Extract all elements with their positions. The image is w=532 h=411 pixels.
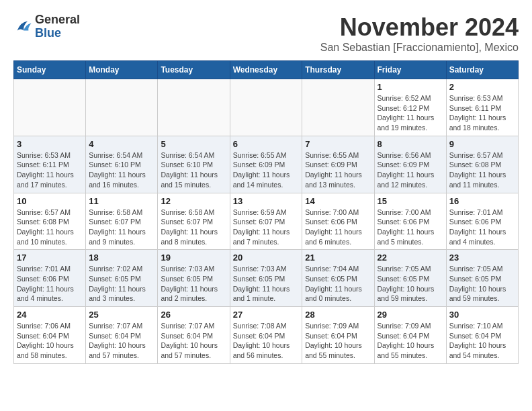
- day-number: 13: [233, 196, 300, 206]
- day-info: Sunrise: 6:54 AM Sunset: 6:10 PM Dayligh…: [161, 150, 226, 190]
- calendar-week-5: 24Sunrise: 7:06 AM Sunset: 6:04 PM Dayli…: [14, 307, 519, 364]
- day-info: Sunrise: 7:09 AM Sunset: 6:04 PM Dayligh…: [305, 321, 371, 361]
- day-info: Sunrise: 7:09 AM Sunset: 6:04 PM Dayligh…: [378, 321, 443, 361]
- day-info: Sunrise: 7:00 AM Sunset: 6:06 PM Dayligh…: [305, 208, 371, 247]
- day-info: Sunrise: 6:55 AM Sunset: 6:09 PM Dayligh…: [233, 150, 300, 190]
- calendar-empty-cell: [158, 79, 230, 136]
- day-number: 18: [89, 253, 154, 263]
- weekday-header-sunday: Sunday: [14, 61, 86, 79]
- title-block: November 2024 San Sebastian [Fraccionami…: [320, 13, 519, 54]
- calendar-day-8: 8Sunrise: 6:56 AM Sunset: 6:09 PM Daylig…: [374, 136, 446, 193]
- calendar-day-30: 30Sunrise: 7:10 AM Sunset: 6:04 PM Dayli…: [446, 307, 518, 364]
- calendar-day-25: 25Sunrise: 7:07 AM Sunset: 6:04 PM Dayli…: [86, 307, 158, 364]
- calendar-day-7: 7Sunrise: 6:55 AM Sunset: 6:09 PM Daylig…: [302, 136, 374, 193]
- day-info: Sunrise: 6:57 AM Sunset: 6:08 PM Dayligh…: [17, 208, 83, 247]
- day-number: 2: [449, 82, 515, 92]
- day-info: Sunrise: 7:10 AM Sunset: 6:04 PM Dayligh…: [449, 321, 515, 361]
- calendar-day-22: 22Sunrise: 7:05 AM Sunset: 6:05 PM Dayli…: [374, 250, 446, 307]
- day-info: Sunrise: 6:59 AM Sunset: 6:07 PM Dayligh…: [233, 208, 300, 247]
- day-info: Sunrise: 6:55 AM Sunset: 6:09 PM Dayligh…: [305, 150, 371, 190]
- day-number: 26: [161, 310, 226, 320]
- day-info: Sunrise: 7:04 AM Sunset: 6:05 PM Dayligh…: [305, 264, 371, 304]
- day-info: Sunrise: 7:08 AM Sunset: 6:04 PM Dayligh…: [233, 321, 300, 361]
- weekday-header-monday: Monday: [86, 61, 158, 79]
- calendar-day-21: 21Sunrise: 7:04 AM Sunset: 6:05 PM Dayli…: [302, 250, 374, 307]
- calendar-day-24: 24Sunrise: 7:06 AM Sunset: 6:04 PM Dayli…: [14, 307, 86, 364]
- day-number: 3: [17, 139, 83, 149]
- calendar-day-16: 16Sunrise: 7:01 AM Sunset: 6:06 PM Dayli…: [446, 193, 518, 250]
- day-info: Sunrise: 7:01 AM Sunset: 6:06 PM Dayligh…: [449, 208, 515, 247]
- calendar-day-29: 29Sunrise: 7:09 AM Sunset: 6:04 PM Dayli…: [374, 307, 446, 364]
- calendar-day-1: 1Sunrise: 6:52 AM Sunset: 6:12 PM Daylig…: [374, 79, 446, 136]
- calendar-day-23: 23Sunrise: 7:05 AM Sunset: 6:05 PM Dayli…: [446, 250, 518, 307]
- day-info: Sunrise: 7:01 AM Sunset: 6:06 PM Dayligh…: [17, 264, 83, 304]
- calendar-week-1: 1Sunrise: 6:52 AM Sunset: 6:12 PM Daylig…: [14, 79, 519, 136]
- calendar-table: SundayMondayTuesdayWednesdayThursdayFrid…: [13, 60, 519, 364]
- calendar-day-15: 15Sunrise: 7:00 AM Sunset: 6:06 PM Dayli…: [374, 193, 446, 250]
- day-info: Sunrise: 6:54 AM Sunset: 6:10 PM Dayligh…: [89, 150, 154, 190]
- day-number: 22: [378, 253, 443, 263]
- weekday-header-friday: Friday: [374, 61, 446, 79]
- day-info: Sunrise: 7:06 AM Sunset: 6:04 PM Dayligh…: [17, 321, 83, 361]
- calendar-day-5: 5Sunrise: 6:54 AM Sunset: 6:10 PM Daylig…: [158, 136, 230, 193]
- day-number: 15: [378, 196, 443, 206]
- day-number: 24: [17, 310, 83, 320]
- calendar-day-17: 17Sunrise: 7:01 AM Sunset: 6:06 PM Dayli…: [14, 250, 86, 307]
- day-number: 19: [161, 253, 226, 263]
- day-number: 25: [89, 310, 154, 320]
- day-number: 20: [233, 253, 300, 263]
- calendar-day-27: 27Sunrise: 7:08 AM Sunset: 6:04 PM Dayli…: [230, 307, 302, 364]
- day-number: 6: [233, 139, 300, 149]
- calendar-empty-cell: [14, 79, 86, 136]
- day-number: 10: [17, 196, 83, 206]
- day-number: 9: [449, 139, 515, 149]
- day-info: Sunrise: 6:53 AM Sunset: 6:11 PM Dayligh…: [449, 93, 515, 133]
- day-number: 17: [17, 253, 83, 263]
- day-info: Sunrise: 6:53 AM Sunset: 6:11 PM Dayligh…: [17, 150, 83, 190]
- calendar-day-6: 6Sunrise: 6:55 AM Sunset: 6:09 PM Daylig…: [230, 136, 302, 193]
- calendar-empty-cell: [302, 79, 374, 136]
- calendar-empty-cell: [86, 79, 158, 136]
- day-info: Sunrise: 7:07 AM Sunset: 6:04 PM Dayligh…: [89, 321, 154, 361]
- calendar-day-2: 2Sunrise: 6:53 AM Sunset: 6:11 PM Daylig…: [446, 79, 518, 136]
- calendar-day-3: 3Sunrise: 6:53 AM Sunset: 6:11 PM Daylig…: [14, 136, 86, 193]
- day-info: Sunrise: 6:52 AM Sunset: 6:12 PM Dayligh…: [378, 93, 443, 133]
- day-number: 8: [378, 139, 443, 149]
- page-header: General Blue November 2024 San Sebastian…: [13, 13, 519, 54]
- logo-bird-icon: [13, 17, 32, 36]
- calendar-day-20: 20Sunrise: 7:03 AM Sunset: 6:05 PM Dayli…: [230, 250, 302, 307]
- day-number: 5: [161, 139, 226, 149]
- calendar-day-11: 11Sunrise: 6:58 AM Sunset: 6:07 PM Dayli…: [86, 193, 158, 250]
- calendar-day-14: 14Sunrise: 7:00 AM Sunset: 6:06 PM Dayli…: [302, 193, 374, 250]
- day-number: 30: [449, 310, 515, 320]
- location: San Sebastian [Fraccionamiento], Mexico: [320, 42, 519, 54]
- calendar-day-13: 13Sunrise: 6:59 AM Sunset: 6:07 PM Dayli…: [230, 193, 302, 250]
- calendar-day-26: 26Sunrise: 7:07 AM Sunset: 6:04 PM Dayli…: [158, 307, 230, 364]
- day-info: Sunrise: 7:05 AM Sunset: 6:05 PM Dayligh…: [378, 264, 443, 304]
- calendar-day-18: 18Sunrise: 7:02 AM Sunset: 6:05 PM Dayli…: [86, 250, 158, 307]
- logo-text: General Blue: [35, 13, 80, 40]
- day-info: Sunrise: 6:56 AM Sunset: 6:09 PM Dayligh…: [378, 150, 443, 190]
- day-info: Sunrise: 6:58 AM Sunset: 6:07 PM Dayligh…: [161, 208, 226, 247]
- weekday-header-thursday: Thursday: [302, 61, 374, 79]
- calendar-empty-cell: [230, 79, 302, 136]
- day-info: Sunrise: 7:00 AM Sunset: 6:06 PM Dayligh…: [378, 208, 443, 247]
- day-number: 21: [305, 253, 371, 263]
- day-info: Sunrise: 7:03 AM Sunset: 6:05 PM Dayligh…: [233, 264, 300, 304]
- day-info: Sunrise: 7:07 AM Sunset: 6:04 PM Dayligh…: [161, 321, 226, 361]
- day-number: 28: [305, 310, 371, 320]
- day-number: 7: [305, 139, 371, 149]
- day-number: 16: [449, 196, 515, 206]
- day-number: 1: [378, 82, 443, 92]
- day-number: 12: [161, 196, 226, 206]
- month-title: November 2024: [320, 13, 519, 42]
- day-number: 14: [305, 196, 371, 206]
- calendar-day-4: 4Sunrise: 6:54 AM Sunset: 6:10 PM Daylig…: [86, 136, 158, 193]
- logo: General Blue: [13, 13, 80, 40]
- day-info: Sunrise: 7:03 AM Sunset: 6:05 PM Dayligh…: [161, 264, 226, 304]
- weekday-header-tuesday: Tuesday: [158, 61, 230, 79]
- calendar-week-2: 3Sunrise: 6:53 AM Sunset: 6:11 PM Daylig…: [14, 136, 519, 193]
- day-info: Sunrise: 7:02 AM Sunset: 6:05 PM Dayligh…: [89, 264, 154, 304]
- calendar-day-10: 10Sunrise: 6:57 AM Sunset: 6:08 PM Dayli…: [14, 193, 86, 250]
- day-number: 23: [449, 253, 515, 263]
